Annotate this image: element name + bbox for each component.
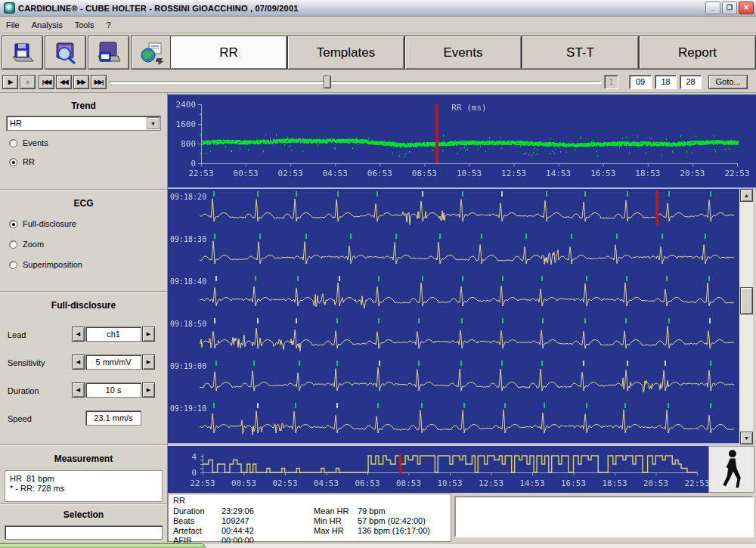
- tab-st-t[interactable]: ST-T: [522, 36, 639, 70]
- stat-artefact: Artefact00:44:42: [173, 526, 254, 536]
- stat-mean-hr: Mean HR79 bpm: [314, 506, 386, 516]
- app-icon: [4, 2, 15, 14]
- trend-section: Trend HR ▼ Events RR: [0, 93, 167, 190]
- trend-option-events-label: Events: [23, 138, 48, 147]
- menu-analysis[interactable]: Analysis: [26, 18, 69, 32]
- start-button-edge[interactable]: [0, 543, 206, 548]
- preview-button[interactable]: [45, 36, 86, 70]
- ecg-option-full-disclosure-label: Full-disclosure: [23, 219, 76, 228]
- stat-mean-hr-label: Mean HR: [314, 506, 358, 516]
- stat-max-hr-value: 136 bpm (16:17:00): [358, 526, 430, 536]
- activity-overview-panel[interactable]: [168, 446, 708, 493]
- print-button[interactable]: [88, 36, 129, 70]
- trend-type-value: HR: [10, 119, 22, 128]
- position-slider-thumb[interactable]: [324, 76, 331, 88]
- sensitivity-prev-button[interactable]: ◀: [72, 354, 85, 370]
- next-page-button[interactable]: ▶▶: [73, 75, 89, 89]
- stat-duration: Duration23:29:06: [173, 506, 254, 516]
- speed-label: Speed: [8, 414, 32, 423]
- selection-section: Selection: [0, 505, 167, 543]
- play-button[interactable]: ▶: [2, 75, 18, 89]
- menubar: File Analysis Tools ?: [0, 17, 756, 33]
- sensitivity-label: Sensitivity: [8, 358, 45, 367]
- tab-events[interactable]: Events: [404, 36, 522, 70]
- radio-selected-icon: [9, 158, 17, 166]
- stat-duration-value: 23:29:06: [222, 506, 254, 516]
- tab-templates[interactable]: Templates: [287, 36, 404, 70]
- trend-section-title: Trend: [0, 93, 167, 111]
- stat-mean-hr-value: 79 bpm: [358, 506, 386, 516]
- close-button[interactable]: ✕: [739, 2, 754, 14]
- activity-overview-chart[interactable]: [168, 446, 708, 493]
- menu-help[interactable]: ?: [100, 18, 116, 32]
- ecg-option-superimposition[interactable]: Superimposition: [9, 260, 82, 269]
- stat-min-hr: Min HR57 bpm (02:42:00): [314, 516, 426, 526]
- lead-next-button[interactable]: ▶: [142, 327, 155, 342]
- stat-artefact-value: 00:44:42: [222, 526, 254, 536]
- stat-max-hr-label: Max HR: [314, 526, 358, 536]
- stop-button[interactable]: ■: [20, 75, 36, 89]
- goto-button[interactable]: Goto...: [708, 75, 748, 89]
- sensitivity-next-button[interactable]: ▶: [142, 354, 155, 370]
- rr-trend-panel[interactable]: [168, 94, 756, 189]
- window-title: CARDIOLINE® - CUBE HOLTER - ROSSINI GIOA…: [18, 4, 299, 13]
- restore-button[interactable]: ❐: [722, 2, 737, 14]
- trend-option-rr[interactable]: RR: [9, 157, 35, 166]
- toolbar: RR Templates Events ST-T Report: [0, 33, 756, 72]
- notes-box[interactable]: [454, 496, 754, 537]
- duration-next-button[interactable]: ▶: [142, 382, 155, 398]
- trend-option-events[interactable]: Events: [9, 138, 48, 147]
- duration-value: 10 s: [85, 382, 141, 398]
- export-web-icon: [138, 40, 166, 66]
- ecg-option-zoom[interactable]: Zoom: [9, 240, 44, 249]
- taskbar-edge: [0, 543, 756, 548]
- scroll-up-icon[interactable]: ▲: [740, 189, 753, 202]
- rr-trend-chart[interactable]: [168, 94, 756, 187]
- measurement-box: HR 81 bpm * - RR: 728 ms: [5, 470, 163, 502]
- radio-icon: [9, 139, 17, 147]
- ecg-option-zoom-label: Zoom: [23, 240, 44, 249]
- trend-option-rr-label: RR: [23, 157, 35, 166]
- walking-person-icon: [717, 449, 747, 490]
- last-page-button[interactable]: ▶▶|: [91, 75, 107, 89]
- save-icon: [10, 40, 36, 66]
- ecg-strips-panel[interactable]: [168, 189, 739, 444]
- ecg-scrollbar[interactable]: ▲ ▼: [739, 189, 753, 444]
- application-window: CARDIOLINE® - CUBE HOLTER - ROSSINI GIOA…: [0, 0, 756, 548]
- lead-value: ch1: [85, 327, 141, 342]
- prev-page-button[interactable]: ◀◀: [56, 75, 72, 89]
- lead-label: Lead: [8, 330, 26, 339]
- ecg-strips-chart[interactable]: [168, 189, 739, 443]
- minimize-button[interactable]: _: [705, 2, 720, 14]
- scroll-down-icon[interactable]: ▼: [740, 432, 753, 444]
- menu-tools[interactable]: Tools: [69, 18, 101, 32]
- measurement-section: Measurement HR 81 bpm * - RR: 728 ms: [0, 446, 167, 505]
- chevron-down-icon[interactable]: ▼: [147, 117, 160, 129]
- menu-file[interactable]: File: [0, 18, 26, 32]
- scrollbar-thumb[interactable]: [740, 287, 753, 314]
- print-icon: [95, 40, 122, 66]
- tab-report[interactable]: Report: [639, 36, 756, 70]
- first-page-button[interactable]: |◀◀: [39, 75, 54, 89]
- stat-beats: Beats109247: [173, 516, 249, 526]
- export-web-button[interactable]: [131, 36, 172, 70]
- radio-icon: [9, 240, 17, 249]
- page-hour-field[interactable]: 09: [629, 75, 652, 89]
- stats-title: RR: [173, 496, 185, 505]
- activity-legend-panel: [708, 446, 754, 493]
- selection-input[interactable]: [5, 525, 163, 540]
- trend-type-combobox[interactable]: HR ▼: [6, 116, 161, 131]
- position-slider-track[interactable]: [110, 81, 601, 84]
- ecg-section-title: ECG: [0, 190, 167, 209]
- page-second-field[interactable]: 28: [680, 75, 702, 89]
- measurement-hr: HR 81 bpm: [10, 474, 54, 483]
- save-button[interactable]: [2, 36, 43, 70]
- transport-bar: ▶ ■ |◀◀ ◀◀ ▶▶ ▶▶| 1 09 18 28 Goto...: [0, 72, 756, 93]
- page-minute-field[interactable]: 18: [655, 75, 677, 89]
- duration-prev-button[interactable]: ◀: [72, 382, 85, 398]
- stat-min-hr-value: 57 bpm (02:42:00): [358, 516, 426, 526]
- ecg-option-full-disclosure[interactable]: Full-disclosure: [9, 219, 76, 228]
- tab-rr[interactable]: RR: [170, 36, 287, 70]
- preview-icon: [52, 40, 79, 66]
- lead-prev-button[interactable]: ◀: [72, 327, 85, 342]
